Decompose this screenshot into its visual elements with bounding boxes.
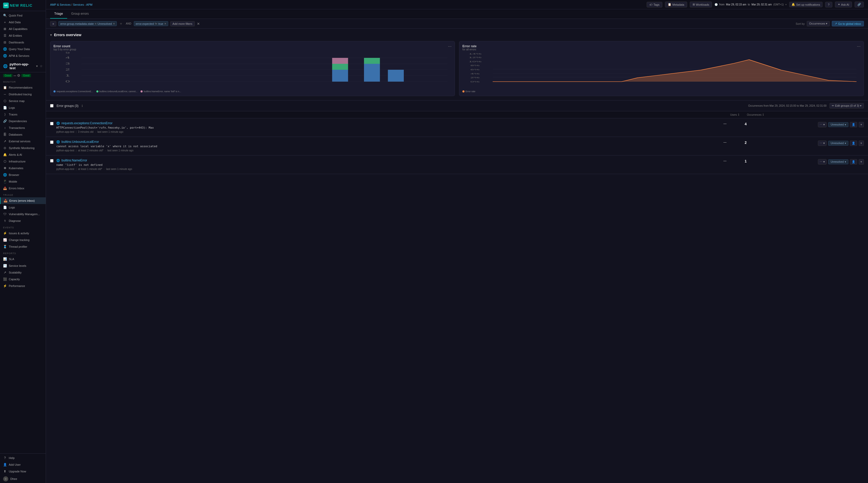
status-dropdown-2[interactable]: Unresolved ▾ [828, 159, 848, 164]
sidebar-item-add-user[interactable]: 👤 Add User [0, 461, 46, 468]
error-message-0: HTTPConnectionPool(host='rufn.fmoceky.io… [56, 126, 715, 129]
error-checkbox-0[interactable] [50, 121, 56, 126]
sidebar-item-query[interactable]: 🌐 Query Your Data [0, 46, 46, 53]
error-checkbox-1[interactable] [50, 140, 56, 144]
sidebar-item-all-entities[interactable]: ☰ All Entities [0, 32, 46, 39]
sidebar-item-external-services[interactable]: ↗ External services [0, 138, 46, 144]
error-count-menu[interactable]: ⋯ [448, 44, 452, 49]
sidebar-item-all-capabilities[interactable]: ⊞ All Capabilities [0, 26, 46, 32]
sidebar-item-kubernetes[interactable]: ☸ Kubernetes [0, 165, 46, 171]
sidebar-item-add-data[interactable]: ＋ Add Data [0, 19, 46, 26]
sidebar-item-sla[interactable]: 📊 SLA [0, 256, 46, 262]
set-notifications-button[interactable]: 🔔 Set up notifications [789, 2, 823, 7]
edit-chevron: ▾ [860, 104, 862, 107]
sidebar-item-logs-triage[interactable]: 📄 Logs [0, 204, 46, 211]
error-row-1[interactable]: 🌐 builtins:UnboundLocalError cannot acce… [46, 137, 868, 156]
toolbar: ≡ error.group.metadata.state = Unresolve… [46, 19, 868, 29]
priority-button-0[interactable]: ⋯ ▾ [818, 122, 827, 127]
metadata-button[interactable]: 📋 Metadata [665, 2, 687, 7]
time-expand-icon[interactable]: ▾ [785, 3, 786, 6]
sidebar-item-upgrade[interactable]: ⬆ Upgrade Now [0, 468, 46, 475]
error-name-0: 🌐 requests.exceptions:ConnectionError [56, 121, 715, 125]
collapse-overview-button[interactable]: ▾ [50, 33, 52, 37]
status-dropdown-0[interactable]: Unresolved ▾ [828, 122, 848, 127]
filter-add-button[interactable]: + [119, 22, 123, 26]
sidebar: NR NEW RELIC 🔍 Quick Find ＋ Add Data ⊞ A… [0, 0, 46, 483]
help-button[interactable]: ? [825, 2, 832, 7]
error-rate-menu[interactable]: ⋯ [857, 44, 861, 49]
share-button[interactable]: 🔗 [855, 2, 864, 7]
users-info-icon[interactable]: ℹ [738, 113, 739, 117]
sidebar-item-databases[interactable]: 🗄 Databases [0, 131, 46, 138]
sidebar-item-user[interactable]: D Dhee [0, 475, 46, 483]
sidebar-item-issues-activity[interactable]: ⚡ Issues & activity [0, 230, 46, 236]
priority-button-2[interactable]: ⋯ ▾ [818, 159, 827, 164]
more-button-2[interactable]: ▾ [859, 159, 864, 164]
sidebar-item-dependencies[interactable]: 🔗 Dependencies [0, 118, 46, 125]
sidebar-item-thread-profiler[interactable]: 🧵 Thread profiler [0, 243, 46, 250]
global-inbox-button[interactable]: ↗ Go to global inbox [832, 21, 864, 26]
filter1-val: Unresolved [98, 22, 112, 25]
sidebar-item-service-levels[interactable]: 📉 Service levels [0, 262, 46, 269]
filter2-remove[interactable]: × [164, 22, 166, 25]
filter2-val: true [158, 22, 163, 25]
tab-group-errors[interactable]: Group errors [67, 9, 93, 19]
breadcrumb-part2[interactable]: Services - APM [73, 3, 92, 6]
workloads-button[interactable]: ⊞ Workloads [690, 2, 712, 7]
svg-text:14%: 14% [469, 53, 482, 55]
sidebar-item-dashboards[interactable]: ⊟ Dashboards [0, 39, 46, 46]
status-dropdown-1[interactable]: Unresolved ▾ [828, 141, 848, 146]
assign-button-1[interactable]: 👤 [850, 140, 857, 146]
sidebar-item-infrastructure[interactable]: ⬡ Infrastructure [0, 158, 46, 165]
sidebar-item-help[interactable]: ? Help [0, 455, 46, 461]
error-checkbox-2[interactable] [50, 159, 56, 163]
edit-groups-button[interactable]: ✏ Edit groups (0 of 3) ▾ [830, 103, 864, 108]
sidebar-item-vulnerability[interactable]: 🛡 Vulnerability Managem... [0, 211, 46, 218]
recommendations-icon: 📋 [3, 86, 7, 89]
sidebar-item-errors-inbox[interactable]: 📥 Errors (errors inbox) [0, 197, 46, 204]
sidebar-item-service-map[interactable]: ⬡ Service map [0, 98, 46, 104]
error-row-2[interactable]: 🌐 builtins:NameError name 'listf' is not… [46, 156, 868, 174]
assign-button-2[interactable]: 👤 [850, 159, 857, 164]
sidebar-item-change-tracking[interactable]: 📈 Change tracking [0, 236, 46, 243]
service-expand-icon[interactable]: ▾ [36, 64, 38, 68]
sidebar-item-distributed-tracing[interactable]: ↔ Distributed tracing [0, 91, 46, 98]
priority-button-1[interactable]: ⋯ ▾ [818, 140, 827, 146]
add-filters-button[interactable]: Add more filters [170, 21, 195, 26]
sort-by-label: Sort by [796, 22, 805, 25]
sidebar-item-alerts-ai[interactable]: 🔔 Alerts & AI [0, 151, 46, 158]
filter-menu-button[interactable]: ≡ [50, 21, 56, 26]
sidebar-item-errors-inbox-nav[interactable]: 📥 Errors Inbox [0, 185, 46, 192]
sidebar-item-capacity[interactable]: ⬛ Capacity [0, 276, 46, 283]
more-button-1[interactable]: ▾ [859, 140, 864, 146]
sidebar-item-quick-find[interactable]: 🔍 Quick Find [0, 12, 46, 19]
service-globe-icon: 🌐 [3, 64, 7, 68]
sidebar-item-browser[interactable]: 🌐 Browser [0, 171, 46, 178]
sidebar-item-performance[interactable]: ⚡ Performance [0, 283, 46, 289]
occurrences-info-icon[interactable]: ℹ [763, 113, 764, 117]
sidebar-item-logs[interactable]: 📄 Logs [0, 104, 46, 111]
assign-button-0[interactable]: 👤 [850, 122, 857, 127]
clear-filters-button[interactable]: ✕ [197, 22, 200, 26]
sidebar-item-mobile[interactable]: 📱 Mobile [0, 178, 46, 185]
ai-button[interactable]: ✦ Ask AI [835, 2, 852, 7]
error-row-0[interactable]: 🌐 requests.exceptions:ConnectionError HT… [46, 118, 868, 137]
bookmark-icon[interactable]: ☆ [40, 64, 43, 68]
sidebar-item-scalability[interactable]: ↗ Scalability [0, 269, 46, 276]
error-app-2: python-app-test [56, 168, 74, 170]
sidebar-item-apm[interactable]: 🌐 APM & Services [0, 53, 46, 59]
more-button-0[interactable]: ▾ [859, 122, 864, 127]
filter1-key: error.group.metadata.state [60, 22, 94, 25]
sidebar-item-transactions[interactable]: ↕ Transactions [0, 125, 46, 131]
sidebar-item-synthetic-monitoring[interactable]: ⊙ Synthetic Monitoring [0, 144, 46, 151]
filter1-remove[interactable]: × [113, 22, 115, 25]
sidebar-item-diagnose[interactable]: ⚕ Diagnose [0, 218, 46, 224]
tab-triage[interactable]: Triage [50, 9, 67, 19]
breadcrumb-part1[interactable]: AMP & Services [50, 3, 70, 6]
tags-button[interactable]: 🏷 Tags [647, 2, 662, 7]
select-all-checkbox[interactable] [50, 104, 54, 107]
sort-dropdown[interactable]: Occurrences ▾ [807, 21, 830, 26]
sidebar-item-traces[interactable]: ⟩ Traces [0, 111, 46, 118]
sidebar-item-recommendations[interactable]: 📋 Recommendations [0, 84, 46, 91]
error-groups-info-icon[interactable]: ℹ [82, 104, 83, 108]
